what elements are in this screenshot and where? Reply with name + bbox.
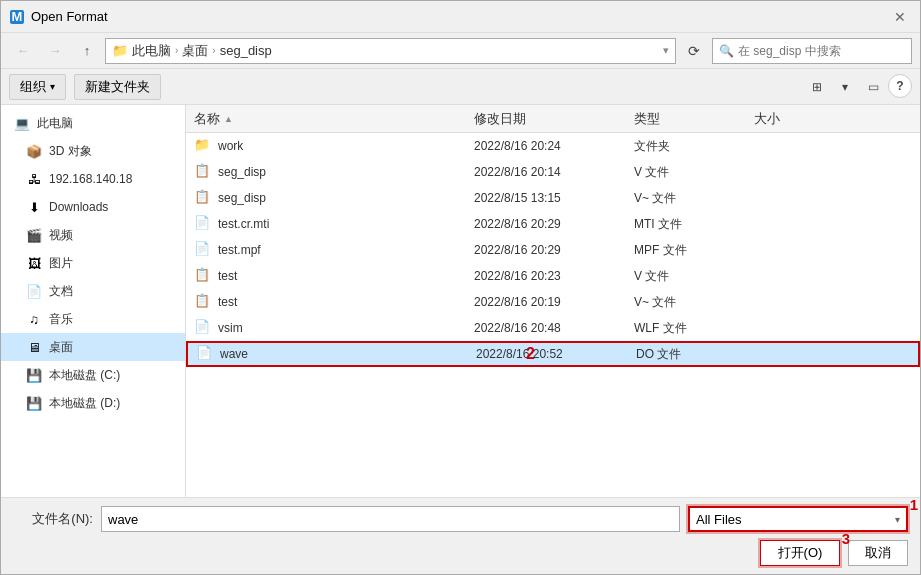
filetype-select[interactable]: All Files ▾ xyxy=(688,506,908,532)
col-name-label: 名称 xyxy=(194,110,220,128)
organize-arrow: ▾ xyxy=(50,81,55,92)
file-row-seg-disp-vtilde[interactable]: 📋 seg_disp 2022/8/15 13:15 V~ 文件 xyxy=(186,185,920,211)
number3-badge: 3 xyxy=(842,530,850,547)
col-size-label: 大小 xyxy=(754,110,780,128)
up-button[interactable]: ↑ xyxy=(73,37,101,65)
sidebar-label-network: 192.168.140.18 xyxy=(49,172,132,186)
v-file-icon: 📋 xyxy=(194,163,212,181)
drive-c-icon: 💾 xyxy=(25,366,43,384)
close-button[interactable]: ✕ xyxy=(888,5,912,29)
filename-input[interactable] xyxy=(101,506,680,532)
sidebar-item-desktop[interactable]: 🖥 桌面 xyxy=(1,333,185,361)
breadcrumb-sep1: › xyxy=(175,45,178,56)
col-header-type[interactable]: 类型 xyxy=(634,110,754,128)
sidebar-item-downloads[interactable]: ⬇ Downloads xyxy=(1,193,185,221)
file-row-work[interactable]: 📁 work 2022/8/16 20:24 文件夹 xyxy=(186,133,920,159)
sidebar-label-downloads: Downloads xyxy=(49,200,108,214)
file-row-seg-disp-v[interactable]: 📋 seg_disp 2022/8/16 20:14 V 文件 xyxy=(186,159,920,185)
sidebar-item-3d[interactable]: 📦 3D 对象 xyxy=(1,137,185,165)
toolbar: ← → ↑ 📁 此电脑 › 桌面 › seg_disp ▾ ⟳ 🔍 xyxy=(1,33,920,69)
help-button[interactable]: ? xyxy=(888,74,912,98)
file-name-test-mpf: 📄 test.mpf xyxy=(194,241,474,259)
file-list-header: 名称 ▲ 修改日期 类型 大小 xyxy=(186,105,920,133)
cancel-button[interactable]: 取消 xyxy=(848,540,908,566)
sidebar-item-video[interactable]: 🎬 视频 xyxy=(1,221,185,249)
filetype-wrapper: All Files ▾ 1 xyxy=(688,506,908,532)
sort-arrow: ▲ xyxy=(224,114,233,124)
main-content: 💻 此电脑 📦 3D 对象 🖧 192.168.140.18 ⬇ Downloa… xyxy=(1,105,920,497)
sidebar-label-pictures: 图片 xyxy=(49,255,73,272)
file-name-test-v: 📋 test xyxy=(194,267,474,285)
sidebar: 💻 此电脑 📦 3D 对象 🖧 192.168.140.18 ⬇ Downloa… xyxy=(1,105,186,497)
filetype-value: All Files xyxy=(696,512,742,527)
file-row-test-mpf[interactable]: 📄 test.mpf 2022/8/16 20:29 MPF 文件 xyxy=(186,237,920,263)
file-row-wave[interactable]: 📄 wave 2022/8/16 20:52 DO 文件 xyxy=(186,341,920,367)
file-name-test-cr-mti: 📄 test.cr.mti xyxy=(194,215,474,233)
test-vtilde-icon: 📋 xyxy=(194,293,212,311)
documents-icon: 📄 xyxy=(25,282,43,300)
pc-icon: 💻 xyxy=(13,114,31,132)
breadcrumb-pc: 此电脑 xyxy=(132,42,171,60)
sidebar-label-drive-d: 本地磁盘 (D:) xyxy=(49,395,120,412)
view-pane-button[interactable]: ▭ xyxy=(860,74,886,100)
breadcrumb-dropdown[interactable]: ▾ xyxy=(663,44,669,57)
file-row-test-cr-mti[interactable]: 📄 test.cr.mti 2022/8/16 20:29 MTI 文件 xyxy=(186,211,920,237)
sidebar-label-3d: 3D 对象 xyxy=(49,143,92,160)
test-v-icon: 📋 xyxy=(194,267,212,285)
view-icons: ⊞ ▾ ▭ ? xyxy=(804,74,912,100)
view-details-button[interactable]: ⊞ xyxy=(804,74,830,100)
col-header-name[interactable]: 名称 ▲ xyxy=(194,110,474,128)
sidebar-label-music: 音乐 xyxy=(49,311,73,328)
breadcrumb-current: seg_disp xyxy=(220,43,272,58)
file-list: 名称 ▲ 修改日期 类型 大小 📁 work 2022/ xyxy=(186,105,920,497)
col-header-date[interactable]: 修改日期 xyxy=(474,110,634,128)
downloads-icon: ⬇ xyxy=(25,198,43,216)
file-name-test-vtilde: 📋 test xyxy=(194,293,474,311)
new-folder-label: 新建文件夹 xyxy=(85,78,150,96)
file-row-wave-container: 📄 wave 2022/8/16 20:52 DO 文件 2 xyxy=(186,341,920,367)
file-row-test-v[interactable]: 📋 test 2022/8/16 20:23 V 文件 xyxy=(186,263,920,289)
file-row-vsim[interactable]: 📄 vsim 2022/8/16 20:48 WLF 文件 xyxy=(186,315,920,341)
back-button[interactable]: ← xyxy=(9,37,37,65)
open-label: 打开(O) xyxy=(778,545,823,560)
wlf-file-icon: 📄 xyxy=(194,319,212,337)
col-header-size[interactable]: 大小 xyxy=(754,110,834,128)
sidebar-item-pc[interactable]: 💻 此电脑 xyxy=(1,109,185,137)
folder-icon: 📁 xyxy=(194,137,212,155)
open-button[interactable]: 打开(O) xyxy=(760,540,840,566)
search-icon: 🔍 xyxy=(719,44,734,58)
sidebar-item-documents[interactable]: 📄 文档 xyxy=(1,277,185,305)
search-box[interactable]: 🔍 xyxy=(712,38,912,64)
filename-row: 文件名(N): All Files ▾ 1 xyxy=(13,506,908,532)
sidebar-item-network[interactable]: 🖧 192.168.140.18 xyxy=(1,165,185,193)
file-name-wave: 📄 wave xyxy=(196,345,476,363)
breadcrumb-sep2: › xyxy=(212,45,215,56)
sidebar-label-desktop: 桌面 xyxy=(49,339,73,356)
music-icon: ♫ xyxy=(25,310,43,328)
forward-button[interactable]: → xyxy=(41,37,69,65)
mti-file-icon: 📄 xyxy=(194,215,212,233)
network-icon: 🖧 xyxy=(25,170,43,188)
breadcrumb-folder-icon: 📁 xyxy=(112,43,128,58)
breadcrumb[interactable]: 📁 此电脑 › 桌面 › seg_disp ▾ xyxy=(105,38,676,64)
file-row-test-vtilde[interactable]: 📋 test 2022/8/16 20:19 V~ 文件 xyxy=(186,289,920,315)
sidebar-item-drive-c[interactable]: 💾 本地磁盘 (C:) xyxy=(1,361,185,389)
search-input[interactable] xyxy=(738,44,905,58)
title-bar-title: Open Format xyxy=(31,9,888,24)
sidebar-item-drive-d[interactable]: 💾 本地磁盘 (D:) xyxy=(1,389,185,417)
desktop-icon: 🖥 xyxy=(25,338,43,356)
refresh-button[interactable]: ⟳ xyxy=(680,37,708,65)
file-name-seg-disp-v: 📋 seg_disp xyxy=(194,163,474,181)
organize-button[interactable]: 组织 ▾ xyxy=(9,74,66,100)
view-dropdown-button[interactable]: ▾ xyxy=(832,74,858,100)
sidebar-label-documents: 文档 xyxy=(49,283,73,300)
buttons-row: 打开(O) 3 取消 xyxy=(13,540,908,566)
col-type-label: 类型 xyxy=(634,110,660,128)
sidebar-item-music[interactable]: ♫ 音乐 xyxy=(1,305,185,333)
file-name-seg-disp-vtilde: 📋 seg_disp xyxy=(194,189,474,207)
new-folder-button[interactable]: 新建文件夹 xyxy=(74,74,161,100)
sidebar-label-pc: 此电脑 xyxy=(37,115,73,132)
file-name-vsim: 📄 vsim xyxy=(194,319,474,337)
sidebar-item-pictures[interactable]: 🖼 图片 xyxy=(1,249,185,277)
sidebar-label-drive-c: 本地磁盘 (C:) xyxy=(49,367,120,384)
